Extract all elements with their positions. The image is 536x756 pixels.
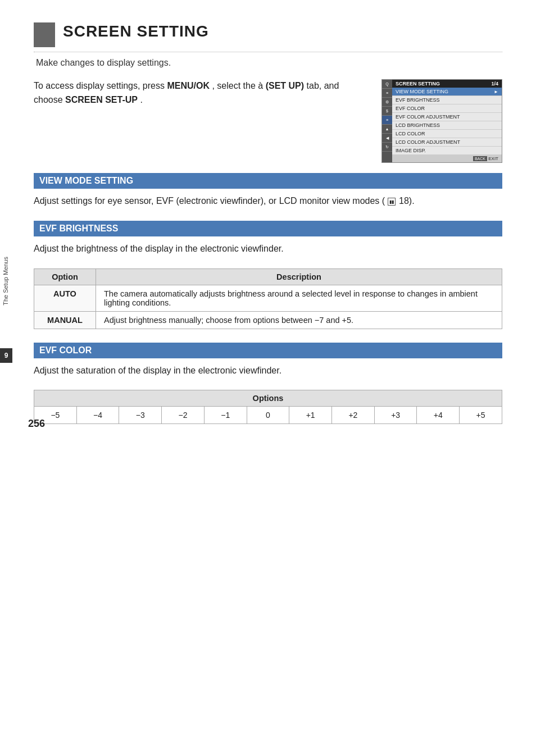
menu-item-view-mode: VIEW MODE SETTING ►	[392, 88, 502, 96]
evf-brightness-section: EVF BRIGHTNESS Adjust the brightness of …	[34, 221, 502, 329]
color-options-row: −5 −4 −3 −2 −1 0 +1 +2 +3 +4 +5	[34, 407, 502, 424]
menu-arrow: ►	[494, 89, 498, 94]
page-badge: 9	[0, 348, 12, 363]
color-option-plus5: +5	[460, 407, 502, 424]
evf-color-section: EVF COLOR Adjust the saturation of the d…	[34, 343, 502, 425]
menu-icon-q: Q	[382, 80, 392, 89]
color-option-minus3: −3	[119, 407, 162, 424]
menu-icon-strip: Q ≡ ⚙ $ ≡ ▲ ◀ ↻	[382, 80, 392, 162]
view-mode-section: VIEW MODE SETTING Adjust settings for ey…	[34, 173, 502, 208]
menu-icon-triangle: ▲	[382, 125, 392, 134]
color-options-header: Options	[34, 390, 502, 407]
evf-color-body: Adjust the saturation of the display in …	[34, 364, 502, 378]
menu-title: SCREEN SETTING	[396, 81, 440, 86]
table-row: AUTO The camera automatically adjusts br…	[34, 285, 502, 311]
intro-text: To access display settings, press MENU/O…	[34, 79, 370, 107]
menu-item-lcd-color-adj: LCD COLOR ADJUSTMENT	[392, 138, 502, 147]
color-option-plus2: +2	[332, 407, 375, 424]
view-mode-body: Adjust settings for eye sensor, EVF (ele…	[34, 194, 502, 208]
menu-icon-gear: ⚙	[382, 98, 392, 107]
menu-items-list: VIEW MODE SETTING ► EVF BRIGHTNESS EVF C…	[392, 88, 502, 155]
sidebar-label: The Setup Menus	[0, 225, 11, 337]
page-subtitle: Make changes to display settings.	[36, 58, 502, 68]
menu-icon-dollar: $	[382, 107, 392, 116]
evf-brightness-header: EVF BRIGHTNESS	[34, 221, 502, 236]
header-color-bar	[34, 22, 55, 47]
menu-item-evf-brightness: EVF BRIGHTNESS	[392, 96, 502, 104]
color-option-minus1: −1	[204, 407, 247, 424]
menu-item-lcd-brightness: LCD BRIGHTNESS	[392, 121, 502, 130]
menu-icon-list: ≡	[382, 89, 392, 98]
menu-footer: BACK EXIT	[392, 155, 502, 162]
header-divider	[34, 52, 502, 52]
menu-screenshot: Q ≡ ⚙ $ ≡ ▲ ◀ ↻ SCREEN SETTING 1/4	[381, 79, 502, 163]
table-row: MANUAL Adjust brightness manually; choos…	[34, 311, 502, 329]
table-col1-header: Option	[34, 268, 96, 285]
menu-back-btn: BACK	[473, 156, 487, 161]
menu-item-image-disp: IMAGE DISP.	[392, 147, 502, 155]
menu-item-lcd-color: LCD COLOR	[392, 130, 502, 138]
menu-icon-refresh: ↻	[382, 143, 392, 152]
menu-exit-label: EXIT	[488, 156, 498, 161]
menu-content: SCREEN SETTING 1/4 VIEW MODE SETTING ► E…	[392, 80, 502, 162]
color-option-minus2: −2	[162, 407, 205, 424]
desc-manual: Adjust brightness manually; choose from …	[96, 311, 502, 329]
menu-icon-list2: ≡	[382, 116, 392, 125]
menu-item-evf-color: EVF COLOR	[392, 104, 502, 113]
page-bottom-number: 256	[28, 418, 45, 430]
table-col2-header: Description	[96, 268, 502, 285]
page-header: SCREEN SETTING	[34, 22, 502, 47]
page-title: SCREEN SETTING	[63, 22, 209, 40]
evf-color-table: Options −5 −4 −3 −2 −1 0 +1 +2 +3 +4 +5	[34, 390, 502, 424]
evf-brightness-table: Option Description AUTO The camera autom…	[34, 268, 502, 329]
color-option-plus4: +4	[417, 407, 460, 424]
menu-page-indicator: 1/4	[491, 81, 498, 86]
ref-icon: ▮▮	[388, 198, 396, 206]
menu-icon-arrow: ◀	[382, 134, 392, 143]
option-manual: MANUAL	[34, 311, 96, 329]
option-auto: AUTO	[34, 285, 96, 311]
color-option-zero: 0	[247, 407, 289, 424]
evf-color-header: EVF COLOR	[34, 343, 502, 358]
view-mode-header: VIEW MODE SETTING	[34, 173, 502, 189]
color-option-plus1: +1	[289, 407, 332, 424]
evf-brightness-body: Adjust the brightness of the display in …	[34, 242, 502, 256]
menu-title-bar: SCREEN SETTING 1/4	[392, 80, 502, 88]
color-option-plus3: +3	[374, 407, 417, 424]
menu-item-evf-color-adj: EVF COLOR ADJUSTMENT	[392, 113, 502, 121]
desc-auto: The camera automatically adjusts brightn…	[96, 285, 502, 311]
color-option-minus4: −4	[76, 407, 119, 424]
intro-section: To access display settings, press MENU/O…	[34, 79, 502, 163]
menu-with-icons: Q ≡ ⚙ $ ≡ ▲ ◀ ↻ SCREEN SETTING 1/4	[382, 80, 502, 162]
